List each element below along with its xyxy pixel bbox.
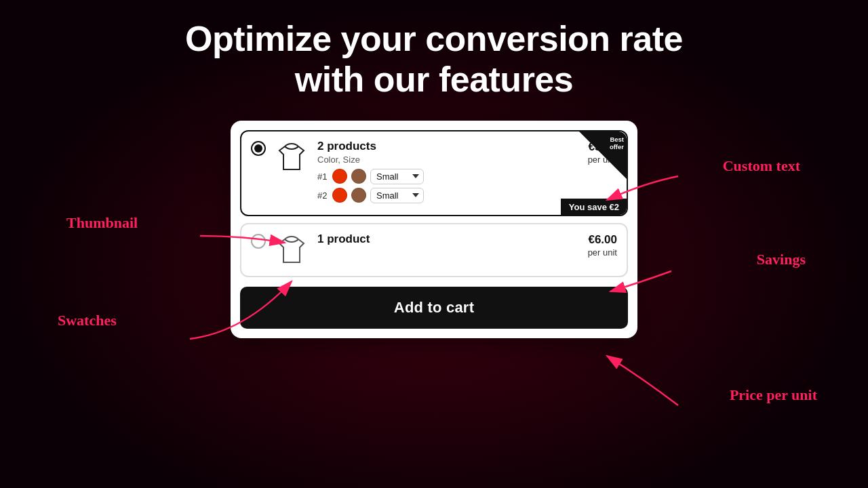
size-select-2[interactable]: Small Medium Large XL xyxy=(370,188,424,203)
page-headline: Optimize your conversion rate with our f… xyxy=(185,19,683,100)
annotation-thumbnail: Thumbnail xyxy=(66,214,138,232)
swatch-red-1[interactable] xyxy=(332,169,347,184)
radio-2products[interactable] xyxy=(251,141,266,156)
price-1product: €6.00 per unit xyxy=(588,232,617,259)
best-offer-line2: offer xyxy=(610,143,624,151)
variant-row-1: #1 Small Medium Large XL xyxy=(317,169,580,184)
swatch-red-2[interactable] xyxy=(332,188,347,203)
thumbnail-2products xyxy=(274,140,309,175)
product-count-1: 1 product xyxy=(317,232,580,246)
variant-row-2: #2 Small Medium Large XL xyxy=(317,188,580,203)
savings-badge: You save €2 xyxy=(561,199,627,216)
annotation-swatches: Swatches xyxy=(58,312,117,329)
option-row-1product[interactable]: 1 product €6.00 per unit xyxy=(240,223,628,277)
product-widget: Best offer 2 products Color, Size xyxy=(231,121,637,338)
item2-num: #2 xyxy=(317,190,328,201)
radio-1product[interactable] xyxy=(251,234,266,249)
annotation-price-per-unit: Price per unit xyxy=(730,386,817,404)
variant-label: Color, Size xyxy=(317,155,580,165)
annotation-custom-text: Custom text xyxy=(723,157,800,175)
widget-card: Best offer 2 products Color, Size xyxy=(231,121,637,338)
annotation-savings: Savings xyxy=(757,251,806,268)
option-row-2products[interactable]: Best offer 2 products Color, Size xyxy=(240,130,628,216)
thumbnail-1product xyxy=(274,232,309,268)
item1-num: #1 xyxy=(317,171,328,182)
swatch-brown-1[interactable] xyxy=(351,169,366,184)
option-details-1product: 1 product xyxy=(317,232,580,247)
add-to-cart-button[interactable]: Add to cart xyxy=(240,287,628,329)
option-details-2products: 2 products Color, Size #1 Small Medium L… xyxy=(317,140,580,207)
swatch-brown-2[interactable] xyxy=(351,188,366,203)
best-offer-line1: Best xyxy=(610,136,624,144)
product-count-2: 2 products xyxy=(317,140,580,153)
size-select-1[interactable]: Small Medium Large XL xyxy=(370,169,424,184)
